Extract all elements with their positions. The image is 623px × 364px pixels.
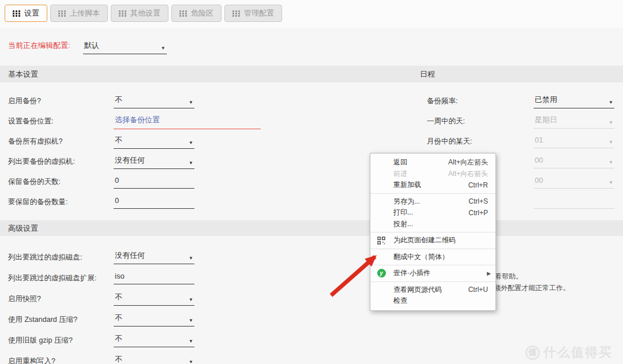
form-row: 月份中的某天: 01 ▼ [427, 132, 617, 152]
days-to-keep-input[interactable] [115, 176, 193, 185]
skip-disk-ext-field [114, 272, 194, 284]
form-row: 保留备份的天数: [8, 172, 265, 192]
section-bar-basic: 基本设置 日程 [0, 65, 623, 82]
backup-all-vms-select[interactable]: 不 ▼ [114, 135, 194, 149]
section-title-advanced: 高级设置 [8, 223, 38, 234]
caret-down-icon: ▼ [161, 46, 166, 51]
form-row: 一周中的天: 星期日 ▼ [427, 111, 617, 132]
menu-item-print[interactable]: 打印... Ctrl+P [370, 207, 496, 219]
section-title-schedule: 日程 [420, 69, 435, 80]
grid-icon [13, 10, 20, 17]
grid-icon [119, 10, 126, 17]
monthday-select[interactable]: 01 ▼ [534, 136, 614, 148]
vms-to-backup-select[interactable]: 没有任何 ▼ [114, 155, 194, 169]
gzip-select[interactable]: 不 ▼ [114, 333, 194, 347]
menu-separator [370, 193, 496, 194]
form-row: 列出要跳过的虚拟磁盘: 没有任何 ▼ [8, 247, 265, 268]
config-select-value: 默认 [84, 41, 99, 50]
menu-item-translate-to-chinese[interactable]: 翻成中文（简体） [370, 252, 496, 263]
backup-frequency-select[interactable]: 已禁用 ▼ [534, 95, 614, 108]
current-config-row: 当前正在编辑配置: 默认 ▼ [8, 40, 167, 54]
caret-down-icon: ▼ [189, 359, 193, 364]
schedule-extra-input[interactable] [535, 196, 613, 205]
form-row: 备份频率: 已禁用 ▼ [427, 91, 617, 111]
advanced-settings-form: 列出要跳过的虚拟磁盘: 没有任何 ▼ 列出要跳过的虚拟磁盘扩展: 启用快照? 不… [8, 247, 265, 364]
caret-down-icon: ▼ [609, 160, 613, 165]
section-title-basic: 基本设置 [8, 69, 38, 80]
skip-disk-ext-input[interactable] [115, 272, 193, 280]
smzdm-watermark: 值 什么值得买 [526, 344, 613, 361]
form-row: 列出要跳过的虚拟磁盘扩展: [8, 268, 265, 288]
form-row: 启用快照? 不 ▼ [8, 288, 265, 309]
menu-item-reload[interactable]: 重新加载 Ctrl+R [370, 179, 496, 191]
smzdm-logo-icon: 值 [526, 346, 540, 360]
menu-separator [370, 232, 496, 232]
schedule-extra-field [534, 196, 614, 209]
menu-item-inspect[interactable]: 检查 [370, 295, 496, 307]
tab-label: 其他设置 [130, 8, 160, 18]
caret-down-icon: ▼ [189, 256, 193, 261]
caret-down-icon: ▼ [609, 140, 613, 145]
form-row: 启用备份? 不 ▼ [8, 91, 265, 111]
enable-snapshot-select[interactable]: 不 ▼ [114, 292, 194, 306]
rewrite-select[interactable]: 不 ▼ [114, 354, 194, 364]
form-row: 使用旧版 gzip 压缩? 不 ▼ [8, 330, 265, 351]
caret-down-icon: ▼ [189, 318, 193, 323]
tab-manage-config[interactable]: 管理配置 [224, 5, 282, 22]
caret-down-icon: ▼ [609, 100, 613, 105]
tab-bar: 设置 上传脚本 其他设置 危险区 管理配置 [5, 5, 282, 22]
grid-icon [179, 10, 187, 17]
basic-settings-form: 启用备份? 不 ▼ 设置备份位置: 选择备份位置 备份所有虚拟机? 不 ▼ 列出… [8, 91, 265, 212]
section-bar-advanced: 高级设置 [0, 220, 623, 236]
backups-to-keep-field [114, 196, 194, 209]
tab-danger-zone[interactable]: 危险区 [171, 5, 222, 22]
menu-item-save-as[interactable]: 另存为... Ctrl+S [370, 196, 496, 208]
form-row: 使用 Zstandard 压缩? 不 ▼ [8, 309, 265, 330]
caret-down-icon: ▼ [189, 140, 193, 145]
enable-backup-select[interactable]: 不 ▼ [114, 95, 194, 108]
caret-down-icon: ▼ [609, 180, 613, 185]
submenu-arrow-icon: ▶ [487, 271, 491, 276]
tab-label: 设置 [24, 8, 39, 18]
grid-icon [58, 10, 66, 17]
menu-item-yiban-plugin[interactable]: y 壹伴·小插件 ▶ [370, 268, 496, 279]
choose-backup-location-link[interactable]: 选择备份位置 [115, 115, 160, 124]
backups-to-keep-input[interactable] [115, 196, 193, 205]
menu-item-forward: 前进 Alt+向右箭头 [370, 168, 496, 180]
caret-down-icon: ▼ [189, 297, 193, 302]
skip-disks-select[interactable]: 没有任何 ▼ [114, 250, 194, 264]
form-row: 备份所有虚拟机? 不 ▼ [8, 132, 265, 152]
days-to-keep-field [114, 176, 194, 189]
backup-location-field: 选择备份位置 [114, 114, 261, 129]
menu-item-cast[interactable]: 投射... [370, 219, 496, 230]
form-row: 列出要备份的虚拟机: 没有任何 ▼ [8, 152, 265, 172]
form-row: 要保留的备份数量: [8, 192, 265, 212]
caret-down-icon: ▼ [189, 160, 193, 166]
menu-separator [370, 282, 496, 282]
current-config-label: 当前正在编辑配置: [8, 40, 70, 54]
help-hint-text: 看帮助。 [495, 272, 523, 282]
browser-context-menu: 返回 Alt+向左箭头 前进 Alt+向右箭头 重新加载 Ctrl+R 另存为.… [370, 153, 496, 311]
tab-label: 管理配置 [244, 8, 274, 18]
menu-item-create-qr-code[interactable]: 为此页面创建二维码 [370, 235, 496, 246]
tab-other-settings[interactable]: 其他设置 [111, 5, 168, 22]
menu-item-view-source[interactable]: 查看网页源代码 Ctrl+U [370, 284, 496, 296]
zstandard-select[interactable]: 不 ▼ [114, 313, 194, 327]
caret-down-icon: ▼ [189, 339, 193, 344]
hour-select[interactable]: 00 ▼ [534, 156, 614, 168]
grid-icon [232, 10, 240, 17]
page: 设置 上传脚本 其他设置 危险区 管理配置 当前正在编辑配置: 默认 ▼ 基本设… [0, 0, 623, 364]
config-select[interactable]: 默认 ▼ [83, 40, 167, 54]
qr-code-icon [377, 236, 386, 245]
caret-down-icon: ▼ [189, 100, 193, 105]
weekday-select[interactable]: 星期日 ▼ [534, 115, 614, 129]
form-row: 设置备份位置: 选择备份位置 [8, 111, 265, 132]
tab-label: 上传脚本 [70, 8, 100, 18]
menu-separator [370, 249, 496, 249]
yiban-plugin-icon: y [377, 269, 386, 278]
tab-upload-script[interactable]: 上传脚本 [50, 5, 108, 22]
menu-item-back[interactable]: 返回 Alt+向左箭头 [370, 157, 496, 168]
tab-settings[interactable]: 设置 [5, 5, 47, 22]
watermark-text: 什么值得买 [543, 344, 613, 361]
minute-select[interactable]: 00 ▼ [534, 176, 614, 189]
